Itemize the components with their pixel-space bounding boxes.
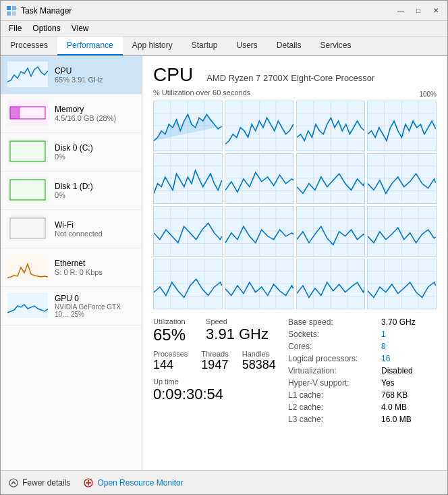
- sidebar-memory-name: Memory: [55, 105, 135, 114]
- tab-services[interactable]: Services: [311, 36, 361, 55]
- uptime-value: 0:09:30:54: [153, 386, 288, 403]
- menu-view[interactable]: View: [66, 22, 94, 34]
- content-area: CPU 65% 3.91 GHz Memory 4.5/16.0 GB (28%…: [1, 56, 447, 470]
- open-resource-monitor-button[interactable]: Open Resource Monitor: [84, 478, 183, 488]
- sidebar-item-gpu[interactable]: GPU 0 NVIDIA GeForce GTX 10… 25%: [1, 287, 142, 325]
- sidebar-cpu-name: CPU: [55, 66, 135, 76]
- cpu-graph-10: [225, 206, 294, 257]
- cpu-graph-11: [296, 206, 366, 257]
- cpu-mini-graph: [7, 61, 48, 88]
- info-row-hyperv: Hyper-V support: Yes: [288, 378, 437, 388]
- cpu-graph-6: [225, 153, 294, 204]
- maximize-button[interactable]: □: [412, 5, 424, 17]
- svg-rect-15: [7, 292, 48, 318]
- cpu-graph-3: [296, 101, 366, 151]
- speed-stat: Speed 3.91 GHz: [206, 317, 269, 344]
- tab-users[interactable]: Users: [227, 36, 267, 55]
- tab-processes[interactable]: Processes: [1, 36, 57, 55]
- handles-stat: Handles 58384: [242, 350, 276, 372]
- menu-file[interactable]: File: [3, 22, 27, 34]
- close-button[interactable]: ✕: [430, 5, 442, 17]
- cpu-graph-14: [225, 259, 294, 309]
- cpu-graph-5: [153, 153, 223, 204]
- sidebar-cpu-detail: 65% 3.91 GHz: [55, 76, 135, 84]
- utilization-stat-value: 65%: [153, 325, 186, 344]
- info-row-l3: L3 cache: 16.0 MB: [288, 415, 437, 424]
- svg-rect-1: [12, 6, 16, 10]
- fewer-details-label: Fewer details: [22, 478, 70, 488]
- sidebar-item-cpu[interactable]: CPU 65% 3.91 GHz: [1, 56, 142, 95]
- minimize-button[interactable]: ―: [395, 5, 407, 17]
- svg-rect-12: [7, 215, 48, 241]
- stats-row: Utilization 65% Speed 3.91 GHz: [153, 317, 288, 344]
- info-row-cores: Cores: 8: [288, 342, 437, 351]
- cpu-subtitle: AMD Ryzen 7 2700X Eight-Core Processor: [206, 73, 374, 83]
- svg-rect-10: [7, 177, 48, 203]
- footer: Fewer details Open Resource Monitor: [1, 470, 447, 494]
- sidebar-gpu-info: GPU 0 NVIDIA GeForce GTX 10… 25%: [55, 294, 135, 318]
- cpu-graph-7: [296, 153, 366, 204]
- svg-rect-4: [7, 61, 48, 87]
- info-row-logical-processors: Logical processors: 16: [288, 354, 437, 363]
- utilization-label: % Utilization over 60 seconds: [153, 88, 250, 97]
- info-row-l2: L2 cache: 4.0 MB: [288, 402, 437, 412]
- utilization-stat: Utilization 65%: [153, 317, 186, 344]
- tab-startup[interactable]: Startup: [182, 36, 227, 55]
- info-row-base-speed: Base speed: 3.70 GHz: [288, 317, 437, 327]
- cpu-graph-16: [367, 259, 437, 309]
- sidebar-cpu-info: CPU 65% 3.91 GHz: [55, 66, 135, 84]
- svg-point-129: [9, 479, 18, 487]
- cpu-graphs-grid: [153, 101, 437, 309]
- disk1-mini-graph: [7, 177, 48, 204]
- cpu-graph-13: [153, 259, 223, 309]
- processes-stat: Processes 144: [153, 350, 188, 372]
- sidebar-item-wifi[interactable]: Wi-Fi Not connected: [1, 210, 142, 249]
- wifi-mini-graph: [7, 215, 48, 242]
- tab-app-history[interactable]: App history: [123, 36, 182, 55]
- sidebar: CPU 65% 3.91 GHz Memory 4.5/16.0 GB (28%…: [1, 56, 142, 470]
- cpu-graph-15: [296, 259, 366, 309]
- sidebar-wifi-detail: Not connected: [55, 230, 135, 238]
- svg-line-131: [13, 481, 16, 484]
- disk0-mini-graph: [7, 138, 48, 165]
- menu-options[interactable]: Options: [27, 22, 65, 34]
- sidebar-item-ethernet[interactable]: Ethernet S: 0 R: 0 Kbps: [1, 249, 142, 287]
- fewer-details-button[interactable]: Fewer details: [9, 478, 70, 488]
- uptime-label: Up time: [153, 377, 288, 386]
- sidebar-item-memory[interactable]: Memory 4.5/16.0 GB (28%): [1, 95, 142, 133]
- cpu-graph-4: [367, 101, 437, 151]
- sidebar-item-disk0[interactable]: Disk 0 (C:) 0%: [1, 133, 142, 172]
- menu-bar: File Options View: [1, 21, 447, 36]
- handles-value: 58384: [242, 358, 276, 372]
- open-resource-monitor-label: Open Resource Monitor: [97, 478, 183, 488]
- sidebar-item-disk1[interactable]: Disk 1 (D:) 0%: [1, 172, 142, 210]
- gpu-mini-graph: [7, 292, 48, 319]
- sidebar-wifi-info: Wi-Fi Not connected: [55, 220, 135, 238]
- cpu-title: CPU: [153, 64, 193, 86]
- cpu-header: CPU AMD Ryzen 7 2700X Eight-Core Process…: [153, 64, 437, 86]
- sidebar-ethernet-name: Ethernet: [55, 259, 135, 268]
- sidebar-disk1-name: Disk 1 (D:): [55, 182, 135, 191]
- main-panel: CPU AMD Ryzen 7 2700X Eight-Core Process…: [142, 56, 447, 470]
- info-row-virtualization: Virtualization: Disabled: [288, 366, 437, 375]
- memory-mini-graph: [7, 100, 48, 127]
- sidebar-gpu-detail: NVIDIA GeForce GTX 10… 25%: [55, 303, 135, 318]
- sidebar-gpu-name: GPU 0: [55, 294, 135, 303]
- processes-label: Processes: [153, 350, 188, 358]
- window-controls: ― □ ✕: [395, 5, 442, 17]
- sidebar-ethernet-info: Ethernet S: 0 R: 0 Kbps: [55, 259, 135, 276]
- sidebar-disk0-info: Disk 0 (C:) 0%: [55, 143, 135, 161]
- tab-performance[interactable]: Performance: [57, 36, 123, 55]
- info-row-sockets: Sockets: 1: [288, 330, 437, 339]
- resource-monitor-icon: [84, 478, 93, 488]
- sidebar-disk1-info: Disk 1 (D:) 0%: [55, 182, 135, 199]
- tab-details[interactable]: Details: [267, 36, 311, 55]
- cpu-graph-2: [225, 101, 294, 151]
- svg-rect-2: [7, 11, 11, 16]
- utilization-stat-label: Utilization: [153, 317, 186, 325]
- fewer-details-icon: [9, 478, 18, 488]
- cpu-graph-8: [367, 153, 437, 204]
- speed-stat-value: 3.91 GHz: [206, 325, 269, 343]
- sidebar-disk0-detail: 0%: [55, 153, 135, 161]
- task-manager-window: Task Manager ― □ ✕ File Options View Pro…: [0, 0, 448, 495]
